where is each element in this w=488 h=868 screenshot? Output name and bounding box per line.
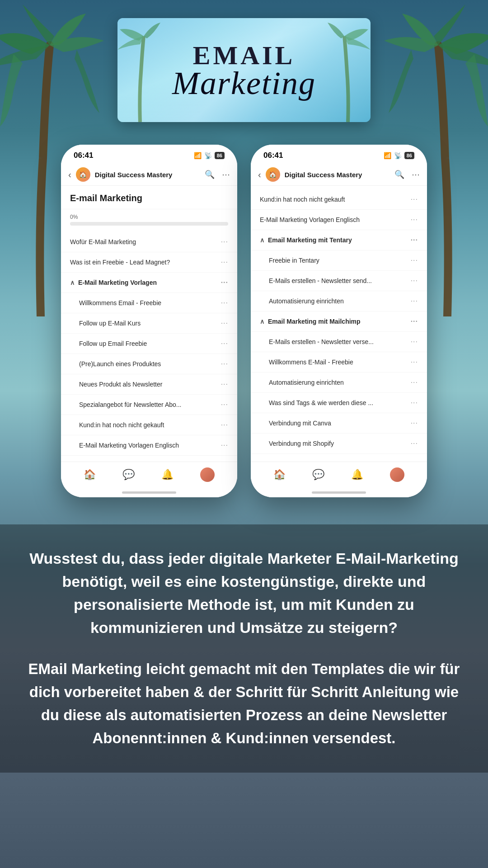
status-icons-right: 📶 📡 86 [384, 152, 414, 159]
list-item[interactable]: Verbindung mit Canva ··· [251, 413, 427, 434]
battery-right: 86 [404, 152, 414, 159]
list-item[interactable]: E-Mail Marketing Vorlagen Englisch ··· [251, 210, 427, 230]
home-indicator-left [61, 487, 237, 497]
progress-label-left: 0% [70, 214, 228, 220]
nav-bar-left: ‹ 🏠 Digital Success Mastery 🔍 ⋯ [61, 164, 237, 186]
list-item[interactable]: ∧ Email Marketing mit Mailchimp ··· [251, 311, 427, 332]
list-item[interactable]: Neues Produkt als Newsletter ··· [61, 374, 237, 395]
list-item[interactable]: Follow up Email Freebie ··· [61, 334, 237, 354]
list-item[interactable]: ∧ E-Mail Marketing Vorlagen ··· [61, 273, 237, 293]
list-item[interactable]: Verbindung mit Shopify ··· [251, 434, 427, 454]
list-item[interactable]: Automatisierung einrichten ··· [251, 291, 427, 311]
profile-nav-avatar-r[interactable] [390, 467, 404, 482]
signal-icon-right: 📶 [384, 152, 391, 159]
wifi-icon-left: 📡 [204, 152, 212, 159]
description-text: EMail Marketing leicht gemacht mit den T… [27, 657, 461, 750]
chevron-down-icon: ∧ [260, 318, 264, 325]
search-icon-left[interactable]: 🔍 [205, 170, 215, 179]
list-item[interactable]: (Pre)Launch eines Produktes ··· [61, 354, 237, 374]
nav-title-left: Digital Success Mastery [95, 171, 200, 179]
list-item[interactable]: Wofür E-Mail Marketing ··· [61, 232, 237, 252]
battery-left: 86 [215, 152, 225, 159]
home-indicator-right [251, 487, 427, 497]
more-icon-left[interactable]: ⋯ [222, 170, 230, 179]
list-item[interactable]: E-Mail Marketing Vorlagen Englisch ··· [61, 435, 237, 456]
wifi-icon-right: 📡 [394, 152, 402, 159]
phone-left: 06:41 📶 📡 86 ‹ 🏠 Digital Success Mastery… [61, 145, 237, 497]
search-icon-right[interactable]: 🔍 [394, 170, 404, 179]
home-nav-icon-r[interactable]: 🏠 [273, 469, 286, 481]
banner-marketing-title: Marketing [172, 69, 316, 98]
time-left: 06:41 [74, 151, 93, 160]
chat-nav-icon[interactable]: 💬 [122, 469, 135, 481]
list-item[interactable]: Automatisierung einrichten ··· [251, 373, 427, 393]
chat-nav-icon-r[interactable]: 💬 [312, 469, 324, 481]
more-icon-right[interactable]: ⋯ [412, 170, 420, 179]
nav-title-right: Digital Success Mastery [285, 171, 390, 179]
course-avatar-left: 🏠 [76, 167, 90, 182]
bell-nav-icon-r[interactable]: 🔔 [351, 469, 363, 481]
home-nav-icon[interactable]: 🏠 [84, 469, 96, 481]
back-button-right[interactable]: ‹ [258, 170, 261, 180]
bottom-nav-left: 🏠 💬 🔔 [61, 462, 237, 487]
list-item[interactable]: Willkommens E-Mail - Freebie ··· [251, 352, 427, 373]
list-item[interactable]: E-Mails erstellen - Newsletter verse... … [251, 332, 427, 352]
course-list-right: Kund:in hat noch nicht gekauft ··· E-Mai… [251, 186, 427, 454]
back-button-left[interactable]: ‹ [68, 170, 71, 180]
banner-palm-right [316, 18, 371, 122]
status-icons-left: 📶 📡 86 [194, 152, 225, 159]
list-item[interactable]: Willkommens Email - Freebie ··· [61, 293, 237, 313]
profile-nav-avatar[interactable] [200, 467, 215, 482]
list-item[interactable]: Freebie in Tentary ··· [251, 250, 427, 271]
nav-actions-right: 🔍 ⋯ [394, 170, 420, 179]
status-bar-right: 06:41 📶 📡 86 [251, 145, 427, 164]
course-avatar-right: 🏠 [266, 167, 280, 182]
course-list-left: Wofür E-Mail Marketing ··· Was ist ein F… [61, 232, 237, 456]
bottom-text-section: Wusstest du, dass jeder digitale Markete… [0, 524, 488, 773]
progress-container-left: 0% [70, 209, 228, 230]
list-item[interactable]: Was ist ein Freebie - Lead Magnet? ··· [61, 252, 237, 273]
main-question-text: Wusstest du, dass jeder digitale Markete… [27, 547, 461, 639]
list-item[interactable]: Kund:in hat noch nicht gekauft ··· [61, 415, 237, 435]
nav-actions-left: 🔍 ⋯ [205, 170, 230, 179]
banner-email-title: EMAIL [193, 42, 296, 69]
course-header-left: E-mail Marketing [61, 186, 237, 209]
chevron-down-icon: ∧ [70, 279, 75, 286]
nav-bar-right: ‹ 🏠 Digital Success Mastery 🔍 ⋯ [251, 164, 427, 186]
bottom-nav-right: 🏠 💬 🔔 [251, 462, 427, 487]
list-item[interactable]: Kund:in hat noch nicht gekauft ··· [251, 189, 427, 210]
phones-container: 06:41 📶 📡 86 ‹ 🏠 Digital Success Mastery… [61, 145, 427, 497]
list-item[interactable]: Spezialangebot für Newsletter Abo... ··· [61, 395, 237, 415]
status-bar-left: 06:41 📶 📡 86 [61, 145, 237, 164]
phone-right: 06:41 📶 📡 86 ‹ 🏠 Digital Success Mastery… [251, 145, 427, 497]
time-right: 06:41 [263, 151, 283, 160]
chevron-down-icon: ∧ [260, 236, 264, 244]
signal-icon-left: 📶 [194, 152, 202, 159]
email-marketing-banner: EMAIL Marketing [117, 18, 371, 122]
list-item[interactable]: Follow up E-Mail Kurs ··· [61, 313, 237, 334]
list-item[interactable]: Was sind Tags & wie werden diese ... ··· [251, 393, 427, 413]
list-item[interactable]: ∧ Email Marketing mit Tentary ··· [251, 230, 427, 250]
phone-content-right: Kund:in hat noch nicht gekauft ··· E-Mai… [251, 186, 427, 462]
phone-content-left: E-mail Marketing 0% Wofür E-Mail Marketi… [61, 186, 237, 462]
bell-nav-icon[interactable]: 🔔 [161, 469, 174, 481]
list-item[interactable]: E-Mails erstellen - Newsletter send... ·… [251, 271, 427, 291]
progress-track-left [70, 222, 228, 226]
banner-palm-left [117, 18, 172, 122]
